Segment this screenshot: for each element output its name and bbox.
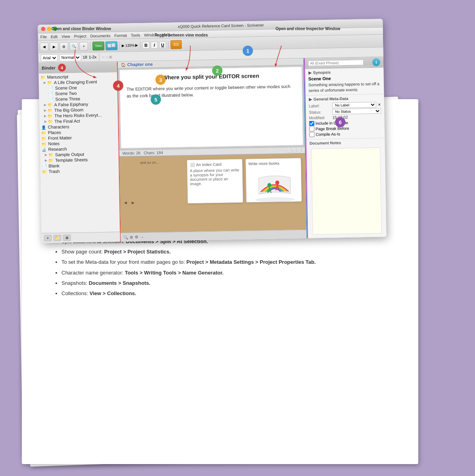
spacing-label: 1-2x xyxy=(89,55,97,59)
expand-arrow-icon: ▶ xyxy=(44,103,46,107)
bullet-list: Split document at selection: Documents >… xyxy=(54,237,387,298)
binder-item-label: A Life Changing Event xyxy=(54,79,97,85)
cork-tool-1[interactable]: 🔍 xyxy=(123,235,128,240)
binder-icon-research: 🔬 xyxy=(42,147,47,152)
corkboard-area: ◀ ▶ and so on... ⬜ An Index Card A place… xyxy=(119,154,306,233)
cork-nav-next[interactable]: ▶ xyxy=(132,200,134,204)
binder-item-label: The Big Gloom xyxy=(54,107,84,113)
chapter-title: Chapter one xyxy=(127,62,153,67)
toggle-view-label: Toggle between view modes xyxy=(155,33,208,38)
binder-icon-folder: 📁 xyxy=(41,142,47,146)
write-more-label: Write more books xyxy=(248,161,298,166)
cork-tool-2[interactable]: ⚙ xyxy=(130,235,133,240)
menu-item-documents[interactable]: Documents xyxy=(90,33,111,38)
binder-icon-folder: 📁 xyxy=(48,108,53,112)
close-button[interactable] xyxy=(41,27,45,31)
cork-tool-3[interactable]: ⚙ xyxy=(135,235,138,239)
settings-button[interactable]: ⚙ xyxy=(59,42,68,51)
binder-item-label: Front Matter xyxy=(48,135,72,140)
inspector-panel: i ▶ Synopsis Scene One Something amazing… xyxy=(304,57,387,238)
compile-as-checkbox[interactable] xyxy=(309,132,314,137)
menu-item-tools[interactable]: Tools xyxy=(131,33,140,37)
bold-button[interactable]: B xyxy=(142,41,149,48)
editor-main-heading: Where you split your EDITOR screen xyxy=(126,72,295,81)
expand-arrow-icon: ▶ xyxy=(44,120,46,123)
binder-item-label: Scene Two xyxy=(55,91,77,96)
inspector-doc-notes-section: Document Notes xyxy=(306,138,386,238)
menu-item-edit[interactable]: Edit xyxy=(51,35,57,39)
binder-item-label: Notes xyxy=(48,141,59,146)
binder-panel: Binder 4 📁Manuscript▶📁A Life Changing Ev… xyxy=(38,61,121,243)
svg-point-0 xyxy=(255,197,295,202)
list-item: Character name generator: Tools > Writin… xyxy=(61,269,387,277)
binder-item-label: A False Epiphany xyxy=(54,102,88,107)
inspector-synopsis-section: ▶ Synopsis Scene One Something amazing h… xyxy=(305,67,384,95)
cork-tool-4[interactable]: → xyxy=(140,235,144,239)
menu-item-format[interactable]: Format xyxy=(114,33,127,38)
list-item: Show page count: Project > Project Stati… xyxy=(61,248,387,256)
expand-arrow-icon: ▶ xyxy=(44,114,46,118)
open-inspector-label: Open and close Inspector Window xyxy=(276,26,340,31)
expand-arrow-icon: ▶ xyxy=(45,153,47,157)
binder-item-label: The Final Act xyxy=(54,119,80,124)
index-card: ⬜ An Index Card A place where you can wr… xyxy=(187,159,243,203)
screenshot-card: xQ000 Quick Reference Card Screen - Scri… xyxy=(38,19,386,243)
editor-panel: 🏠 Chapter one Where you split your EDITO… xyxy=(118,58,307,242)
badge-2: 2 xyxy=(212,65,222,76)
style-select[interactable]: Normal xyxy=(59,54,81,61)
binder-icon-folder: 📁 xyxy=(48,119,53,123)
view-mode-button[interactable]: View xyxy=(92,41,104,50)
zoom-control: ▶ 135% ▶ xyxy=(122,43,138,48)
search-button[interactable]: 🔍 xyxy=(69,42,78,50)
binder-item-label: Scene One xyxy=(55,85,77,90)
status-select[interactable]: No Status xyxy=(332,108,381,115)
ruler-area: ↔ ↕ ⊞ xyxy=(102,55,112,59)
binder-settings-btn[interactable]: ⚙ xyxy=(63,234,71,241)
index-card-body: A place where you can write a synopsis f… xyxy=(190,167,240,186)
forward-button[interactable]: ▶ xyxy=(50,42,58,51)
binder-icon-folder: 📁 xyxy=(48,113,53,118)
sep1 xyxy=(90,42,90,50)
font-select[interactable]: Arial xyxy=(41,54,58,61)
italic-button[interactable]: I xyxy=(151,41,158,48)
binder-icon-folder: 📁 xyxy=(42,169,48,174)
label-select[interactable]: No Label xyxy=(332,102,376,108)
menu-item-project[interactable]: Project xyxy=(74,34,86,39)
editor-content[interactable]: Where you split your EDITOR screen The E… xyxy=(119,67,303,148)
label-close[interactable]: ✕ xyxy=(378,103,381,107)
menu-item-file[interactable]: File xyxy=(40,35,47,39)
zoom-value: 135% xyxy=(125,43,134,47)
book-card: Write more books xyxy=(245,158,302,202)
binder-item-label: Research xyxy=(48,146,67,152)
inspector-meta-section: ▶ General Meta-Data Label: No Label ✕ St… xyxy=(305,94,385,139)
scrivener-app: xQ000 Quick Reference Card Screen - Scri… xyxy=(38,19,386,243)
binder-item-label: Characters xyxy=(48,124,69,129)
app-body: Binder 4 📁Manuscript▶📁A Life Changing Ev… xyxy=(38,57,387,243)
inspector-info-button[interactable]: i xyxy=(372,58,380,66)
menu-item-view[interactable]: View xyxy=(61,34,70,38)
binder-folder-btn[interactable]: 📁 xyxy=(54,235,61,241)
add-button[interactable]: + xyxy=(79,42,88,50)
doc-notes-area[interactable] xyxy=(311,148,382,235)
binder-icon-doc: 📄 xyxy=(42,164,47,168)
binder-item[interactable]: 📁Trash xyxy=(40,167,119,174)
binder-badge: 4 xyxy=(58,63,66,71)
back-button[interactable]: ◀ xyxy=(40,42,48,51)
compile-button[interactable]: ⬜⬜ xyxy=(105,41,117,50)
badge-5: 5 xyxy=(151,94,161,105)
underline-button[interactable]: U xyxy=(159,41,166,48)
cork-nav-prev[interactable]: ◀ xyxy=(124,200,127,204)
inspector-search-input[interactable] xyxy=(308,60,364,66)
compile-checkbox[interactable] xyxy=(309,121,314,126)
binder-add-btn[interactable]: + xyxy=(44,235,52,241)
word-count: Words: 26 xyxy=(123,151,141,155)
synopsis-body-text: Something amazing happens to set off a s… xyxy=(308,81,381,94)
list-item: To set the Meta-data for your front matt… xyxy=(61,258,387,267)
layout-button[interactable]: ☰☰ xyxy=(170,40,182,49)
sep3 xyxy=(140,41,140,49)
binder-icon-folder: 📁 xyxy=(40,75,46,79)
minimize-button[interactable] xyxy=(47,27,51,31)
binder-icon-folder: 📁 xyxy=(47,81,53,85)
page-break-checkbox[interactable] xyxy=(309,126,314,131)
size-label: 18 xyxy=(83,55,87,59)
